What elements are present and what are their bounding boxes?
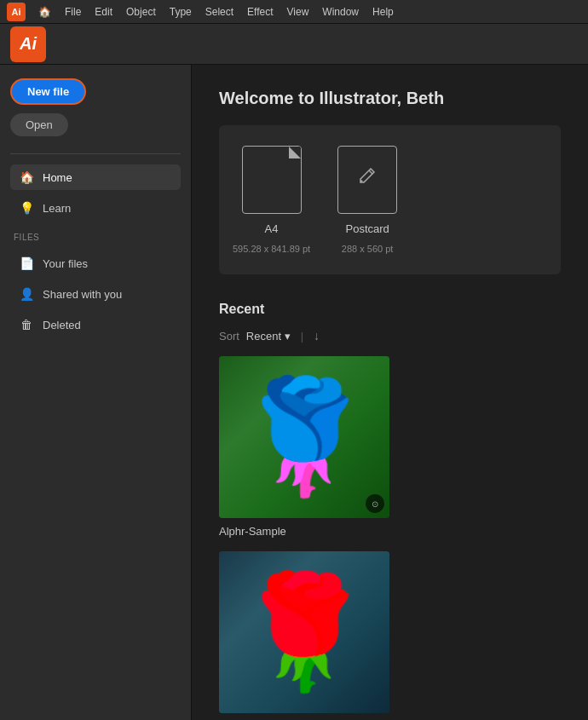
template-size-postcard: 288 x 560 pt xyxy=(342,244,394,254)
template-icon-postcard xyxy=(337,146,397,214)
template-name-postcard: Postcard xyxy=(345,222,389,235)
sidebar-label-home: Home xyxy=(43,171,72,184)
recent-card-untitled[interactable]: Untitled-7.aic xyxy=(219,551,389,720)
recent-thumb-untitled xyxy=(219,551,389,713)
recent-thumb-alphr: ⊙ xyxy=(219,356,389,518)
sort-divider: | xyxy=(301,330,303,343)
blue-rose-image xyxy=(219,356,389,518)
menu-edit[interactable]: Edit xyxy=(89,4,118,20)
file-icon: 📄 xyxy=(19,256,34,270)
menu-help[interactable]: Help xyxy=(366,4,400,20)
recent-grid: ⊙ Alphr-Sample Untitled-7.aic xyxy=(219,356,561,720)
sort-direction-icon[interactable]: ↓ xyxy=(314,329,320,343)
red-rose-image xyxy=(219,551,389,713)
file-type-badge-alphr: ⊙ xyxy=(366,494,384,513)
menu-object[interactable]: Object xyxy=(120,4,162,20)
title-bar: Ai xyxy=(0,24,588,65)
home-icon: 🏠 xyxy=(19,170,34,184)
sort-option-text: Recent xyxy=(246,330,281,343)
template-card-a4[interactable]: A4 595.28 x 841.89 pt xyxy=(233,146,310,254)
menu-file[interactable]: File xyxy=(59,4,87,20)
chevron-down-icon: ▾ xyxy=(285,330,291,343)
menu-select[interactable]: Select xyxy=(199,4,239,20)
files-section-label: FILES xyxy=(14,233,181,242)
sidebar-divider-1 xyxy=(10,153,181,154)
sort-row: Sort Recent ▾ | ↓ xyxy=(219,329,561,343)
content-area: New file Open 🏠 Home 💡 Learn FILES 📄 You… xyxy=(0,65,588,720)
corner-fold-border xyxy=(289,147,301,158)
sidebar-label-shared: Shared with you xyxy=(43,288,122,301)
app-logo-small: Ai xyxy=(7,3,26,21)
sidebar: New file Open 🏠 Home 💡 Learn FILES 📄 You… xyxy=(0,65,192,720)
main-content: Welcome to Illustrator, Beth A4 595.28 x… xyxy=(192,65,588,720)
sidebar-label-deleted: Deleted xyxy=(43,319,81,331)
menu-type[interactable]: Type xyxy=(164,4,198,20)
template-name-a4: A4 xyxy=(265,222,279,235)
templates-row: A4 595.28 x 841.89 pt P xyxy=(219,125,561,274)
welcome-title: Welcome to Illustrator, Beth xyxy=(219,89,561,108)
shared-icon: 👤 xyxy=(19,287,34,301)
menu-view[interactable]: View xyxy=(281,4,315,20)
sidebar-item-shared[interactable]: 👤 Shared with you xyxy=(10,281,181,307)
recent-title: Recent xyxy=(219,302,561,317)
template-icon-a4 xyxy=(242,146,302,214)
learn-icon: 💡 xyxy=(19,201,34,215)
app-container: Ai New file Open 🏠 Home 💡 Learn FILES 📄 … xyxy=(0,24,588,720)
sort-label: Sort xyxy=(219,330,239,343)
sidebar-label-learn: Learn xyxy=(43,202,71,215)
app-logo-large: Ai xyxy=(10,26,46,62)
pencil-icon xyxy=(355,164,379,196)
sidebar-item-your-files[interactable]: 📄 Your files xyxy=(10,251,181,276)
sidebar-label-your-files: Your files xyxy=(43,257,88,270)
template-card-postcard[interactable]: Postcard 288 x 560 pt xyxy=(337,146,397,254)
menu-effect[interactable]: Effect xyxy=(241,4,279,20)
sort-option[interactable]: Recent ▾ xyxy=(246,330,291,343)
new-file-button[interactable]: New file xyxy=(10,78,86,105)
template-size-a4: 595.28 x 841.89 pt xyxy=(233,244,310,254)
sidebar-item-home[interactable]: 🏠 Home xyxy=(10,164,181,190)
menu-window[interactable]: Window xyxy=(316,4,365,20)
recent-filename-alphr: Alphr-Sample xyxy=(219,525,389,538)
open-button[interactable]: Open xyxy=(10,113,68,136)
menu-item-home-icon[interactable]: 🏠 xyxy=(32,4,57,20)
sidebar-item-deleted[interactable]: 🗑 Deleted xyxy=(10,312,181,337)
recent-card-alphr[interactable]: ⊙ Alphr-Sample xyxy=(219,356,389,538)
menu-bar: Ai 🏠 File Edit Object Type Select Effect… xyxy=(0,0,588,24)
trash-icon: 🗑 xyxy=(19,318,34,331)
sidebar-item-learn[interactable]: 💡 Learn xyxy=(10,195,181,221)
